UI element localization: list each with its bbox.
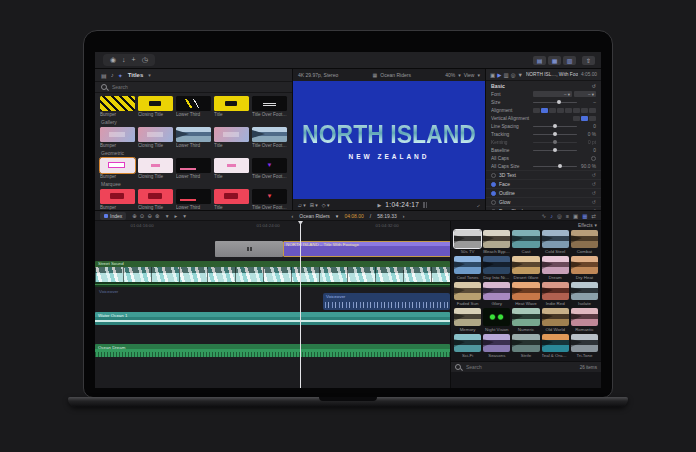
alignment-button[interactable] bbox=[589, 108, 596, 113]
effect-item[interactable]: Romantic bbox=[571, 308, 598, 332]
value-field[interactable]: 0 pt bbox=[579, 140, 596, 145]
title-thumbnail[interactable] bbox=[138, 158, 173, 173]
value-field[interactable]: – bbox=[579, 100, 596, 105]
chevron-down-icon[interactable]: ▾ bbox=[148, 72, 151, 78]
alignment-button[interactable] bbox=[533, 108, 540, 113]
checkbox[interactable] bbox=[491, 200, 496, 205]
effect-item[interactable]: Dream bbox=[542, 256, 569, 280]
font-style-popup[interactable]: – ▾ bbox=[574, 91, 596, 97]
chevron-down-icon[interactable]: ▾ bbox=[336, 213, 339, 219]
play-button[interactable]: ▶ bbox=[378, 202, 382, 208]
effect-thumbnail[interactable] bbox=[483, 230, 510, 248]
effect-item[interactable]: Cast bbox=[512, 230, 539, 254]
alignment-button[interactable] bbox=[581, 108, 588, 113]
title-thumbnail-item[interactable]: Bumper bbox=[100, 158, 135, 179]
chevron-down-icon[interactable]: ▾ bbox=[595, 223, 597, 228]
timeline-project-name[interactable]: Ocean Riders bbox=[299, 213, 330, 219]
title-thumbnail-item[interactable]: ▼Title Over Footage bbox=[252, 158, 287, 179]
effect-item[interactable]: Numeric bbox=[512, 308, 539, 332]
effect-item[interactable]: 50s TV bbox=[454, 230, 481, 254]
value-field[interactable]: 0 bbox=[579, 124, 596, 129]
effect-item[interactable]: Night Vision bbox=[483, 308, 510, 332]
media-browser-icon[interactable]: ▤ bbox=[101, 72, 107, 79]
slider[interactable] bbox=[533, 134, 577, 135]
alignment-button[interactable] bbox=[589, 116, 596, 121]
title-thumbnail[interactable] bbox=[100, 158, 135, 173]
effects-search-input[interactable] bbox=[464, 363, 528, 371]
alignment-button[interactable] bbox=[557, 108, 564, 113]
title-thumbnail[interactable] bbox=[100, 127, 135, 142]
slider[interactable] bbox=[533, 142, 577, 143]
title-thumbnail[interactable] bbox=[214, 189, 249, 204]
title-thumbnail-item[interactable]: Lower Third bbox=[176, 96, 211, 117]
prev-project-button[interactable]: ‹ bbox=[292, 213, 294, 219]
effect-item[interactable]: Heat Wave bbox=[512, 282, 539, 306]
timeline-clip-water-sound[interactable]: Water Ocean 1 bbox=[95, 312, 450, 325]
title-thumbnail-item[interactable]: Closing Title bbox=[138, 127, 173, 148]
title-thumbnail-item[interactable]: Title Over Footage bbox=[252, 96, 287, 117]
timer-icon[interactable]: ◷ bbox=[142, 56, 148, 64]
effect-item[interactable]: Combat bbox=[571, 230, 598, 254]
title-inspector-icon[interactable]: ▶ bbox=[497, 72, 501, 78]
effect-thumbnail[interactable] bbox=[483, 334, 510, 352]
resize-icon[interactable]: ⇄ bbox=[591, 213, 596, 219]
slider-knob[interactable] bbox=[557, 100, 561, 104]
effect-thumbnail[interactable] bbox=[571, 282, 598, 300]
effect-item[interactable]: Tri-Tone bbox=[571, 334, 598, 358]
titles-generators-icon[interactable]: ✦ bbox=[118, 72, 123, 79]
title-thumbnail[interactable] bbox=[252, 96, 287, 111]
playhead[interactable] bbox=[300, 221, 301, 388]
title-thumbnail-item[interactable]: Bumper bbox=[100, 127, 135, 148]
title-thumbnail-item[interactable]: Lower Third bbox=[176, 127, 211, 148]
effect-item[interactable]: Dry Heat bbox=[571, 256, 598, 280]
cursor-tool-button[interactable]: ▸ bbox=[174, 213, 177, 219]
browser-toggle-button[interactable]: ▤ bbox=[533, 56, 546, 65]
fullscreen-icon[interactable]: ↔ bbox=[474, 201, 482, 209]
effect-item[interactable]: Sci-Fi bbox=[454, 334, 481, 358]
slider-knob[interactable] bbox=[558, 164, 562, 168]
title-thumbnail[interactable]: ▼ bbox=[252, 158, 287, 173]
title-thumbnail-item[interactable]: Closing Title bbox=[138, 96, 173, 117]
title-thumbnail-item[interactable]: ▼Title Over Footage bbox=[252, 189, 287, 210]
value-field[interactable]: 0 bbox=[579, 148, 596, 153]
title-thumbnail-item[interactable]: Bumper bbox=[100, 189, 135, 210]
next-project-button[interactable]: › bbox=[403, 213, 405, 219]
title-thumbnail[interactable] bbox=[100, 96, 135, 111]
slider[interactable] bbox=[533, 102, 577, 103]
skimming-icon[interactable]: ∿ bbox=[542, 213, 547, 219]
effect-item[interactable]: Faded Sun bbox=[454, 282, 481, 306]
slider[interactable] bbox=[533, 126, 577, 127]
inspector-toggle-button[interactable]: ▥ bbox=[563, 56, 576, 65]
alignment-button[interactable] bbox=[541, 108, 548, 113]
checkbox[interactable] bbox=[591, 156, 596, 161]
effect-item[interactable]: Old World bbox=[542, 308, 569, 332]
reset-icon[interactable]: ↺ bbox=[592, 181, 596, 187]
timeline-clip-voiceover[interactable]: Voiceover bbox=[323, 293, 450, 310]
title-thumbnail-item[interactable]: Lower Third bbox=[176, 189, 211, 210]
effect-thumbnail[interactable] bbox=[512, 256, 539, 274]
timeline-clip-placeholder[interactable] bbox=[215, 241, 283, 257]
title-thumbnail[interactable] bbox=[252, 127, 287, 142]
effect-thumbnail[interactable] bbox=[512, 230, 539, 248]
title-thumbnail-item[interactable]: Title bbox=[214, 127, 249, 148]
effect-item[interactable]: Teal & Orange bbox=[542, 334, 569, 358]
title-thumbnail[interactable] bbox=[138, 189, 173, 204]
effect-item[interactable]: Desert Glare bbox=[512, 256, 539, 280]
effect-thumbnail[interactable] bbox=[542, 256, 569, 274]
timeline-toggle-button[interactable]: ▦ bbox=[548, 56, 561, 65]
title-thumbnail-item[interactable]: Title Over Footage bbox=[252, 127, 287, 148]
slider-knob[interactable] bbox=[553, 140, 557, 144]
effect-thumbnail[interactable] bbox=[454, 282, 481, 300]
audio-meters-icon[interactable] bbox=[423, 202, 427, 208]
share-button[interactable]: ⇧ bbox=[582, 56, 595, 65]
title-thumbnail-item[interactable]: Title bbox=[214, 158, 249, 179]
effect-thumbnail[interactable] bbox=[483, 282, 510, 300]
index-button[interactable]: Index bbox=[100, 212, 126, 220]
title-thumbnail[interactable] bbox=[138, 127, 173, 142]
alignment-button[interactable] bbox=[565, 108, 572, 113]
audio-skimming-icon[interactable]: ♪ bbox=[550, 213, 553, 219]
slider[interactable] bbox=[533, 150, 577, 151]
effect-item[interactable]: Cool Tones bbox=[454, 256, 481, 280]
distort-popup[interactable]: ◇ ▾ bbox=[322, 202, 330, 208]
audio-inspector-icon[interactable]: ▼ bbox=[517, 72, 522, 78]
